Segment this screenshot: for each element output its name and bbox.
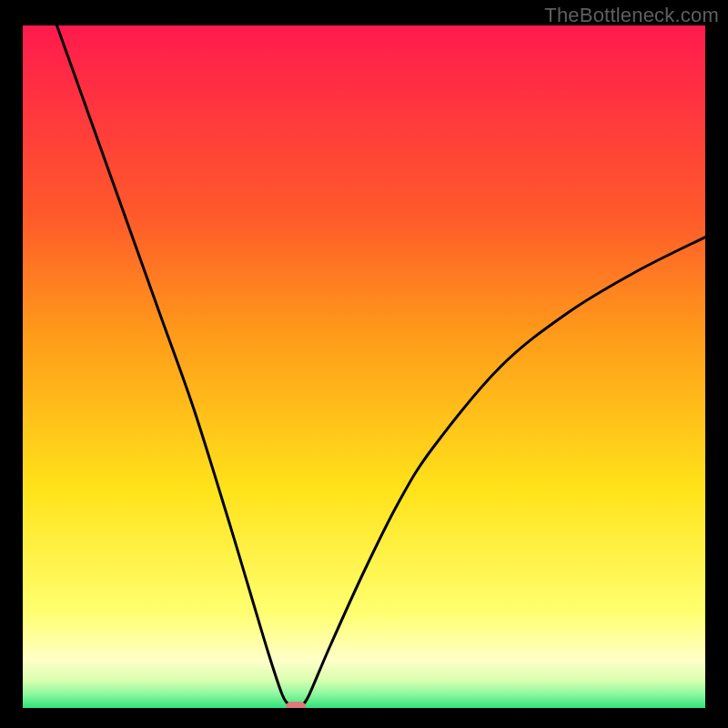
chart-frame: TheBottleneck.com <box>0 0 728 728</box>
plot-area <box>23 25 705 708</box>
gradient-background <box>23 25 705 708</box>
watermark-label: TheBottleneck.com <box>544 4 719 27</box>
minimum-marker <box>286 702 306 708</box>
plot-svg <box>23 25 705 708</box>
